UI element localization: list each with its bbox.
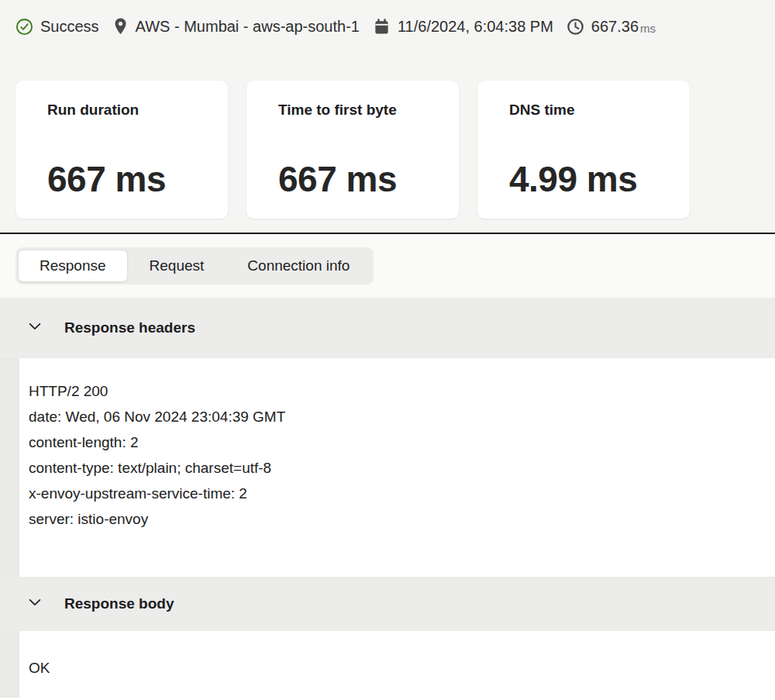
run-location: AWS - Mumbai - aws-ap-south-1 (112, 17, 360, 36)
response-headers-section-header[interactable]: Response headers (0, 298, 775, 358)
response-header-line: HTTP/2 200 (29, 378, 760, 404)
metric-card-ttfb: Time to first byte 667 ms (246, 81, 459, 219)
metric-label: Time to first byte (278, 102, 443, 119)
response-header-line: content-type: text/plain; charset=utf-8 (29, 455, 760, 481)
metric-label: Run duration (47, 102, 212, 119)
run-status-label: Success (40, 18, 99, 36)
metric-value: 667 ms (278, 158, 443, 200)
calendar-icon (373, 18, 391, 36)
section-title: Response body (64, 595, 174, 612)
run-datetime-label: 11/6/2024, 6:04:38 PM (398, 18, 553, 36)
response-header-line: x-envoy-upstream-service-time: 2 (29, 481, 760, 506)
run-duration-unit: ms (640, 19, 656, 35)
run-duration: 667.36 ms (567, 18, 656, 36)
response-header-line: content-length: 2 (29, 429, 760, 455)
run-location-label: AWS - Mumbai - aws-ap-south-1 (136, 18, 360, 36)
metric-card-run-duration: Run duration 667 ms (16, 81, 228, 219)
metric-cards: Run duration 667 ms Time to first byte 6… (16, 81, 760, 219)
tab-request[interactable]: Request (128, 250, 226, 282)
section-title: Response headers (64, 319, 195, 336)
response-body-text: OK (29, 655, 760, 681)
response-header-line: date: Wed, 06 Nov 2024 23:04:39 GMT (29, 404, 760, 429)
run-summary-section: Success AWS - Mumbai - aws-ap-south-1 (0, 0, 775, 234)
tab-connection-info[interactable]: Connection info (226, 250, 371, 282)
metric-card-dns-time: DNS time 4.99 ms (477, 81, 690, 219)
clock-icon (567, 18, 584, 36)
map-pin-icon (112, 17, 129, 36)
run-datetime: 11/6/2024, 6:04:38 PM (373, 18, 553, 36)
response-headers-content: HTTP/2 200 date: Wed, 06 Nov 2024 23:04:… (0, 358, 775, 577)
status-bar: Success AWS - Mumbai - aws-ap-south-1 (16, 17, 760, 36)
chevron-down-icon[interactable] (26, 594, 43, 614)
detail-tabs-row: Response Request Connection info (0, 234, 775, 298)
tab-response[interactable]: Response (18, 250, 128, 282)
chevron-down-icon[interactable] (26, 318, 43, 338)
metric-label: DNS time (509, 102, 674, 119)
response-body-section-header[interactable]: Response body (0, 577, 775, 631)
run-status: Success (16, 18, 99, 36)
metric-value: 667 ms (47, 158, 212, 200)
check-circle-icon (16, 18, 33, 36)
response-body-content: OK (0, 631, 775, 698)
run-duration-value: 667.36 (591, 18, 639, 36)
response-header-line: server: istio-envoy (29, 506, 760, 532)
detail-tabs: Response Request Connection info (16, 247, 374, 284)
metric-value: 4.99 ms (509, 158, 674, 200)
